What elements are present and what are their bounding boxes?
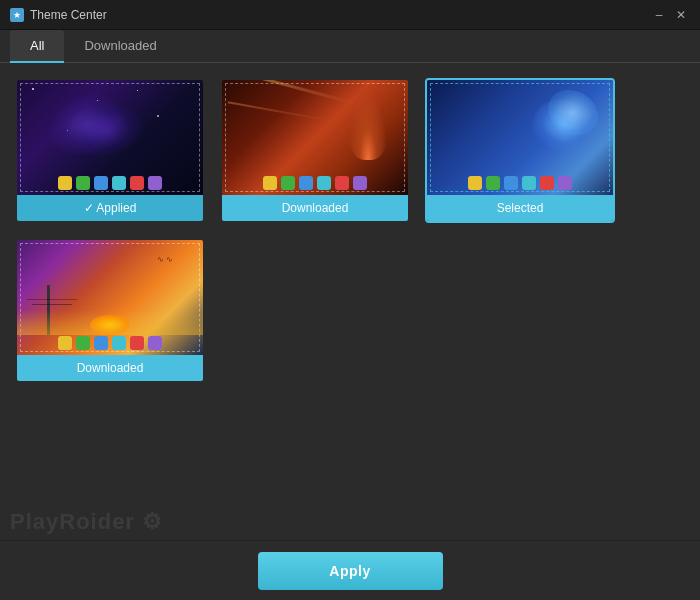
theme-card-blue[interactable]: Selected bbox=[425, 78, 615, 223]
tab-all[interactable]: All bbox=[10, 30, 64, 63]
theme-card-comet[interactable]: Downloaded bbox=[220, 78, 410, 223]
theme-thumbnail-blue bbox=[427, 80, 613, 195]
tabs-bar: All Downloaded bbox=[0, 30, 700, 63]
theme-card-sunset[interactable]: ∿ ∿ Downloaded bbox=[15, 238, 205, 383]
desktop-icons-blue bbox=[427, 176, 613, 190]
theme-label-blue: Selected bbox=[427, 195, 613, 221]
theme-card-space[interactable]: ✓ Applied bbox=[15, 78, 205, 223]
theme-grid: ✓ Applied Downloaded bbox=[0, 63, 700, 398]
watermark: PlayRoider ⚙ bbox=[10, 509, 163, 535]
close-button[interactable]: ✕ bbox=[672, 6, 690, 24]
desktop-icons-comet bbox=[222, 176, 408, 190]
title-bar-controls: – ✕ bbox=[650, 6, 690, 24]
theme-label-comet: Downloaded bbox=[222, 195, 408, 221]
apply-button[interactable]: Apply bbox=[258, 552, 443, 590]
title-bar: ★ Theme Center – ✕ bbox=[0, 0, 700, 30]
desktop-icons-space bbox=[17, 176, 203, 190]
title-bar-left: ★ Theme Center bbox=[10, 8, 107, 22]
footer: Apply bbox=[0, 540, 700, 600]
watermark-gear-icon: ⚙ bbox=[142, 509, 163, 534]
sunset-birds: ∿ ∿ bbox=[157, 255, 173, 264]
theme-thumbnail-space bbox=[17, 80, 203, 195]
theme-thumbnail-comet bbox=[222, 80, 408, 195]
desktop-icons-sunset bbox=[17, 336, 203, 350]
tab-downloaded[interactable]: Downloaded bbox=[64, 30, 176, 63]
theme-label-space: ✓ Applied bbox=[17, 195, 203, 221]
minimize-button[interactable]: – bbox=[650, 6, 668, 24]
app-icon: ★ bbox=[10, 8, 24, 22]
title-bar-title: Theme Center bbox=[30, 8, 107, 22]
theme-thumbnail-sunset: ∿ ∿ bbox=[17, 240, 203, 355]
theme-label-sunset: Downloaded bbox=[17, 355, 203, 381]
